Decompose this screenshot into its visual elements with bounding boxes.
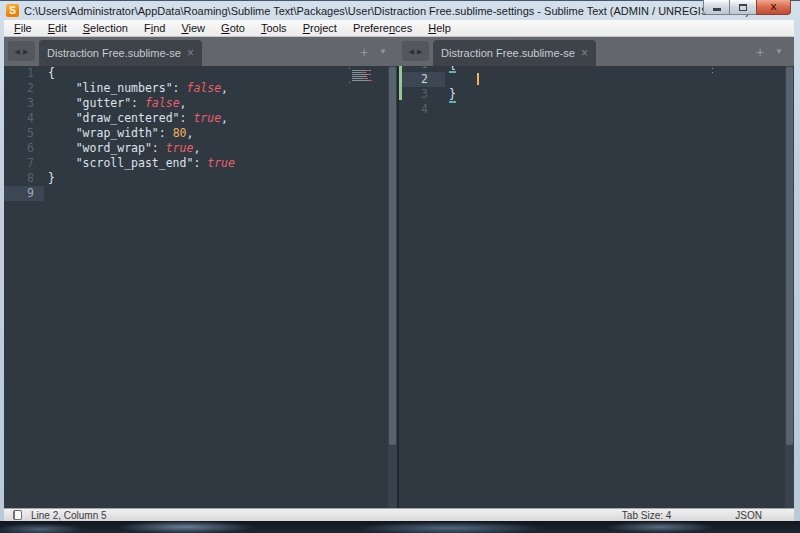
window-frame-bottom: [0, 521, 800, 533]
line-number-gutter: 123456789: [4, 66, 44, 201]
text-cursor: [477, 73, 479, 85]
menu-item-selection[interactable]: Selection: [75, 21, 136, 35]
code-line[interactable]: "wrap_width": 80,: [48, 126, 397, 141]
line-number: 8: [4, 171, 44, 186]
code-line[interactable]: "draw_centered": true,: [48, 111, 397, 126]
minimize-icon: [713, 8, 721, 11]
editor-pane-left[interactable]: 123456789 { "line_numbers": false, "gutt…: [4, 66, 397, 508]
line-number: 2: [4, 81, 44, 96]
tab-size-indicator[interactable]: Tab Size: 4: [622, 510, 671, 521]
line-number: 6: [4, 141, 44, 156]
code-line[interactable]: {: [48, 66, 397, 81]
code-line[interactable]: [449, 102, 794, 117]
menu-bar: FileEditSelectionFindViewGotoToolsProjec…: [4, 20, 794, 37]
line-number: 5: [4, 126, 44, 141]
minimap[interactable]: [712, 68, 750, 76]
line-number: 4: [4, 111, 44, 126]
prev-tab-icon[interactable]: ◀: [15, 48, 20, 55]
tab-label: Distraction Free.sublime-settings: [441, 47, 575, 59]
minimize-button[interactable]: [703, 0, 730, 15]
menu-item-file[interactable]: File: [6, 21, 40, 35]
line-number-gutter: 1234: [399, 66, 445, 117]
next-tab-icon[interactable]: ▶: [23, 48, 28, 55]
sublime-app-icon: S: [6, 4, 19, 17]
tab-close-icon[interactable]: ×: [581, 47, 588, 59]
menu-item-find[interactable]: Find: [136, 21, 173, 35]
vertical-scrollbar[interactable]: [785, 66, 794, 508]
line-number: 7: [4, 156, 44, 171]
window-controls: X: [703, 0, 791, 15]
menu-item-preferences[interactable]: Preferences: [345, 21, 420, 35]
menu-item-edit[interactable]: Edit: [40, 21, 75, 35]
syntax-indicator[interactable]: JSON: [735, 510, 762, 521]
scrollbar-thumb[interactable]: [389, 67, 396, 445]
vintage-mode-icon[interactable]: [13, 510, 22, 520]
tab-overflow-button[interactable]: ▼: [379, 48, 387, 56]
tab-overflow-button[interactable]: ▼: [775, 48, 783, 56]
status-bar: Line 2, Column 5 Tab Size: 4 JSON: [4, 508, 794, 521]
tab-bar-right: ◀ ▶ Distraction Free.sublime-settings × …: [398, 37, 794, 66]
tab-distraction-free-settings-left[interactable]: Distraction Free.sublime-settings ×: [39, 40, 202, 66]
code-line[interactable]: "line_numbers": false,: [48, 81, 397, 96]
code-text[interactable]: { "line_numbers": false, "gutter": false…: [44, 66, 397, 201]
maximize-icon: [739, 4, 747, 11]
tab-actions-right: + ▼: [756, 37, 794, 66]
line-number: 1: [4, 66, 44, 81]
tab-distraction-free-settings-right[interactable]: Distraction Free.sublime-settings ×: [433, 40, 596, 66]
line-number: 4: [399, 102, 445, 117]
next-tab-icon[interactable]: ▶: [417, 48, 422, 55]
title-bar[interactable]: S C:\Users\Administrator\AppData\Roaming…: [0, 0, 800, 20]
maximize-button[interactable]: [730, 0, 756, 15]
minimap[interactable]: [349, 68, 387, 86]
tab-actions-left: + ▼: [360, 37, 398, 66]
tab-row: ◀ ▶ Distraction Free.sublime-settings × …: [4, 37, 794, 66]
code-line[interactable]: "gutter": false,: [48, 96, 397, 111]
close-icon: X: [770, 1, 776, 14]
code-line[interactable]: [48, 186, 397, 201]
code-line[interactable]: "word_wrap": true,: [48, 141, 397, 156]
caret-position: Line 2, Column 5: [31, 510, 107, 521]
editor-area: 123456789 { "line_numbers": false, "gutt…: [4, 66, 794, 508]
line-number: 9: [4, 186, 44, 201]
menu-item-goto[interactable]: Goto: [213, 21, 253, 35]
new-tab-button[interactable]: +: [756, 45, 764, 59]
tab-label: Distraction Free.sublime-settings: [47, 47, 181, 59]
line-number: 2: [399, 72, 445, 87]
prev-tab-icon[interactable]: ◀: [409, 48, 414, 55]
menu-item-tools[interactable]: Tools: [253, 21, 295, 35]
editor-pane-right[interactable]: 1234 { }: [399, 66, 794, 508]
tab-bar-left: ◀ ▶ Distraction Free.sublime-settings × …: [4, 37, 398, 66]
code-line[interactable]: }: [48, 171, 397, 186]
close-button[interactable]: X: [756, 0, 791, 15]
sublime-text-window: S C:\Users\Administrator\AppData\Roaming…: [0, 0, 800, 533]
code-line[interactable]: "scroll_past_end": true: [48, 156, 397, 171]
tab-close-icon[interactable]: ×: [187, 47, 194, 59]
window-title: C:\Users\Administrator\AppData\Roaming\S…: [24, 4, 794, 17]
diff-added-marker: [399, 66, 402, 100]
line-number: 3: [399, 87, 445, 102]
menu-item-project[interactable]: Project: [295, 21, 345, 35]
tab-nav-buttons-left[interactable]: ◀ ▶: [8, 41, 35, 61]
scrollbar-thumb[interactable]: [786, 67, 793, 445]
menu-item-view[interactable]: View: [173, 21, 213, 35]
code-line[interactable]: }: [449, 87, 794, 102]
vertical-scrollbar[interactable]: [388, 66, 397, 508]
tab-nav-buttons-right[interactable]: ◀ ▶: [402, 41, 429, 61]
line-number: 3: [4, 96, 44, 111]
menu-item-help[interactable]: Help: [420, 21, 459, 35]
new-tab-button[interactable]: +: [360, 45, 368, 59]
